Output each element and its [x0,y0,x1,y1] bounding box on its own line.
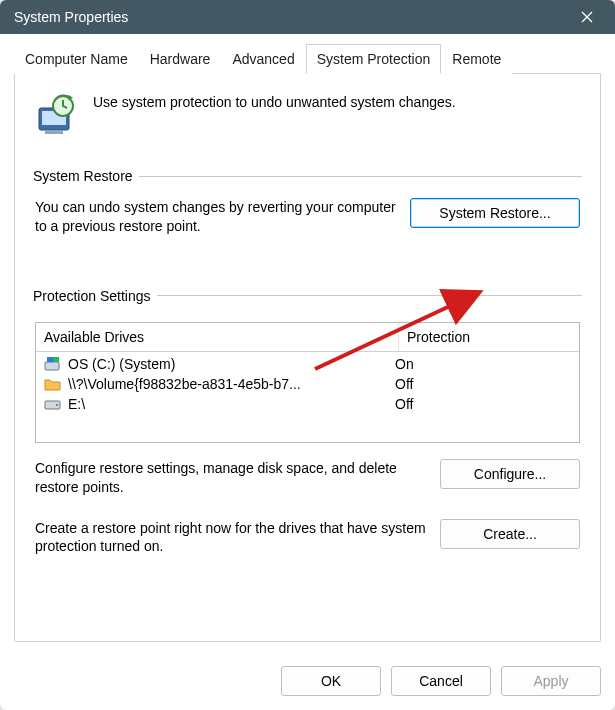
close-button[interactable] [567,0,607,34]
folder-icon [44,376,62,392]
drive-protection: Off [395,376,571,392]
configure-description: Configure restore settings, manage disk … [35,459,426,497]
configure-button[interactable]: Configure... [440,459,580,489]
tabstrip: Computer Name Hardware Advanced System P… [14,44,601,74]
system-restore-button[interactable]: System Restore... [410,198,580,228]
system-properties-window: System Properties Computer Name Hardware… [0,0,615,710]
close-icon [581,11,593,23]
tab-remote[interactable]: Remote [441,44,512,74]
drive-icon [44,396,62,412]
tab-panel-system-protection: Use system protection to undo unwanted s… [14,74,601,642]
svg-rect-7 [53,357,59,362]
group-system-restore-title: System Restore [33,168,139,184]
table-row[interactable]: OS (C:) (System) On [36,354,579,374]
drives-body: OS (C:) (System) On \\?\Volume{f98832be-… [36,352,579,442]
column-header-protection[interactable]: Protection [399,323,579,351]
drive-os-icon [44,356,62,372]
system-protection-icon [33,92,79,138]
window-body: Computer Name Hardware Advanced System P… [0,34,615,656]
tab-hardware[interactable]: Hardware [139,44,222,74]
drive-label: E:\ [68,396,389,412]
tab-advanced[interactable]: Advanced [221,44,305,74]
table-row[interactable]: \\?\Volume{f98832be-a831-4e5b-b7... Off [36,374,579,394]
window-title: System Properties [14,9,567,25]
restore-description: You can undo system changes by reverting… [35,198,396,236]
drive-protection: Off [395,396,571,412]
svg-rect-6 [47,357,53,362]
create-button[interactable]: Create... [440,519,580,549]
svg-rect-5 [45,362,59,370]
table-row[interactable]: E:\ Off [36,394,579,414]
drive-label: OS (C:) (System) [68,356,389,372]
tab-computer-name[interactable]: Computer Name [14,44,139,74]
column-header-drives[interactable]: Available Drives [36,323,399,351]
svg-point-9 [56,404,58,406]
drives-listview[interactable]: Available Drives Protection OS (C:) (Sys… [35,322,580,443]
titlebar[interactable]: System Properties [0,0,615,34]
drive-protection: On [395,356,571,372]
drive-label: \\?\Volume{f98832be-a831-4e5b-b7... [68,376,389,392]
ok-button[interactable]: OK [281,666,381,696]
group-protection-settings: Protection Settings Available Drives Pro… [33,288,582,565]
group-protection-settings-title: Protection Settings [33,288,157,304]
intro-row: Use system protection to undo unwanted s… [33,92,582,138]
apply-button[interactable]: Apply [501,666,601,696]
cancel-button[interactable]: Cancel [391,666,491,696]
intro-text: Use system protection to undo unwanted s… [93,92,456,110]
group-system-restore: System Restore You can undo system chang… [33,168,582,240]
svg-rect-2 [45,130,63,134]
create-description: Create a restore point right now for the… [35,519,426,557]
tab-system-protection[interactable]: System Protection [306,44,442,74]
dialog-footer: OK Cancel Apply [0,656,615,710]
drives-header: Available Drives Protection [36,323,579,352]
